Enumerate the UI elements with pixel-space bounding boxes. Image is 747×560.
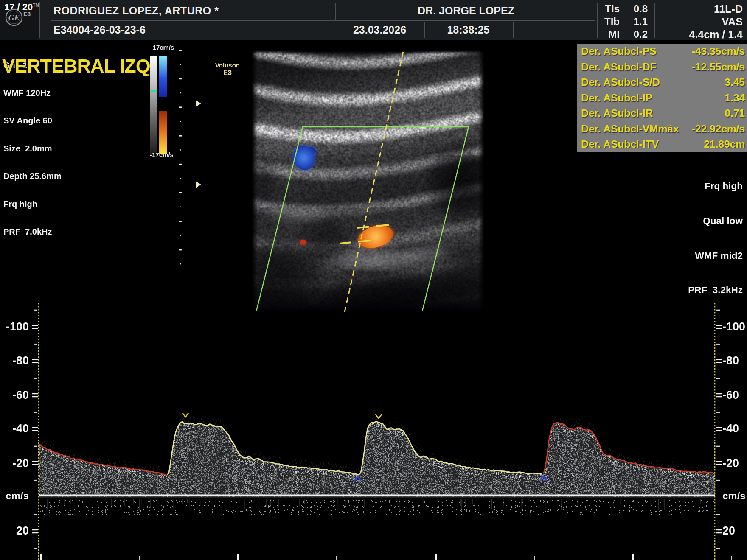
ti-row-mi: MI 0.2 — [597, 28, 648, 40]
param-size: Size 2.0mm — [3, 144, 62, 154]
color-flow-bar-negative — [159, 56, 167, 97]
measurement-label: Der. ASubcl-S/D — [581, 76, 660, 88]
doppler-qual: Qual low — [620, 215, 743, 227]
measurement-value: 21.89cm — [704, 138, 745, 150]
ti-label: TIs — [597, 3, 620, 15]
watermark-line2: E8 — [209, 69, 246, 77]
measurement-label: Der. ASubcl-IR — [581, 107, 653, 119]
divider — [654, 3, 655, 38]
measurement-label: Der. ASubcl-PS — [581, 45, 656, 57]
measurement-row: Der. ASubcl-DF -12.55cm/s — [577, 59, 747, 75]
svg-text:GE: GE — [8, 13, 20, 22]
patient-id: E34004-26-03-23-6 — [53, 24, 146, 36]
measurement-label: Der. ASubcl-IP — [581, 92, 652, 104]
measurement-label: Der. ASubcl-DF — [581, 61, 656, 73]
ti-value: 1.1 — [624, 16, 648, 28]
watermark-line1: Voluson — [209, 62, 246, 69]
ti-label: TIb — [597, 16, 620, 28]
physician-name: DR. JORGE LOPEZ — [335, 5, 597, 17]
ti-value: 0.8 — [624, 3, 648, 15]
measurement-value: 0.71 — [725, 107, 745, 119]
patient-name: RODRIGUEZ LOPEZ, ARTURO * — [53, 5, 219, 17]
probe-depth-framerate: 4.4cm / 1.4 — [658, 28, 743, 41]
ti-row-tib: TIb 1.1 — [597, 16, 648, 28]
voluson-watermark: Voluson E8 — [209, 62, 246, 77]
velocity-label-left: -80 — [0, 354, 29, 367]
ge-logo-icon: GE — [4, 8, 24, 28]
velocity-unit-right: cm/s — [722, 490, 747, 502]
velocity-label-right: -100 — [722, 320, 747, 333]
velocity-label-right: -80 — [722, 354, 747, 367]
color-flow-bar-positive — [159, 111, 167, 154]
header-bar: 17 / 20TM GE E8 RODRIGUEZ LOPEZ, ARTURO … — [0, 0, 747, 40]
measurement-value: 3.45 — [725, 76, 745, 88]
param-wmf: WMF 120Hz — [3, 89, 62, 98]
divider — [39, 2, 40, 38]
velocity-label-left: -100 — [0, 320, 29, 333]
ti-label: MI — [597, 28, 620, 40]
exam-time: 18:38:25 — [424, 24, 513, 36]
color-scale-max: 17cm/s — [148, 44, 179, 51]
velocity-unit-left: cm/s — [0, 490, 29, 502]
measurement-label: Der. ASubcl-ITV — [581, 138, 659, 150]
measurement-value: 1.34 — [725, 92, 745, 104]
velocity-label-right: -60 — [722, 389, 747, 402]
probe-preset: VAS — [658, 16, 743, 28]
ultrasound-screen: 17 / 20TM GE E8 RODRIGUEZ LOPEZ, ARTURO … — [0, 0, 747, 560]
measurement-row: Der. ASubcl-IR 0.71 — [577, 106, 747, 121]
ti-row-tis: TIs 0.8 — [597, 3, 648, 15]
divider — [513, 22, 514, 38]
divider — [51, 20, 595, 21]
trademark-glyph: TM — [33, 3, 39, 8]
measurement-value: -12.55cm/s — [692, 61, 745, 73]
measurement-results-panel: Der. ASubcl-PS -43.35cm/s Der. ASubcl-DF… — [577, 44, 747, 152]
color-scale-min: -17cm/s — [146, 151, 177, 158]
doppler-prf: PRF 3.2kHz — [620, 284, 743, 296]
param-sv-angle: SV Angle 60 — [3, 116, 62, 126]
velocity-label-left: -40 — [0, 422, 29, 435]
measurement-row: Der. ASubcl-VMmáx -22.92cm/s — [577, 121, 747, 137]
velocity-label-left: -20 — [0, 457, 29, 470]
velocity-label-left: -60 — [0, 389, 29, 402]
param-frq: Frq high — [3, 200, 62, 209]
machine-model-small: E8 — [23, 11, 31, 17]
exam-date: 23.03.2026 — [335, 24, 424, 36]
param-prf: PRF 7.0kHz — [3, 227, 62, 237]
param-depth: Depth 25.6mm — [3, 172, 62, 181]
measurement-value: -43.35cm/s — [692, 45, 745, 57]
doppler-wmf: WMF mid2 — [620, 250, 743, 261]
measurement-row: Der. ASubcl-IP 1.34 — [577, 90, 747, 106]
measurement-row: Der. ASubcl-PS -43.35cm/s — [577, 44, 747, 59]
doppler-frq: Frq high — [620, 180, 743, 192]
exam-annotation: VERTEBRAL IZQ — [2, 55, 150, 77]
velocity-label-left-below: 20 — [0, 524, 29, 538]
measurement-value: -22.92cm/s — [692, 123, 745, 135]
probe-model: 11L-D — [658, 3, 743, 15]
velocity-label-right: -20 — [722, 457, 747, 470]
velocity-label-right-below: 20 — [722, 524, 747, 538]
velocity-label-right: -40 — [722, 422, 747, 435]
wmf-marker — [150, 90, 157, 92]
doppler-parameter-list: Frq high Qual low WMF mid2 PRF 3.2kHz — [620, 157, 743, 319]
gray-scale-bar — [150, 56, 157, 156]
measurement-row: Der. ASubcl-S/D 3.45 — [577, 75, 747, 90]
measurement-row: Der. ASubcl-ITV 21.89cm — [577, 137, 747, 152]
ti-value: 0.2 — [624, 28, 648, 40]
measurement-label: Der. ASubcl-VMmáx — [581, 123, 679, 135]
